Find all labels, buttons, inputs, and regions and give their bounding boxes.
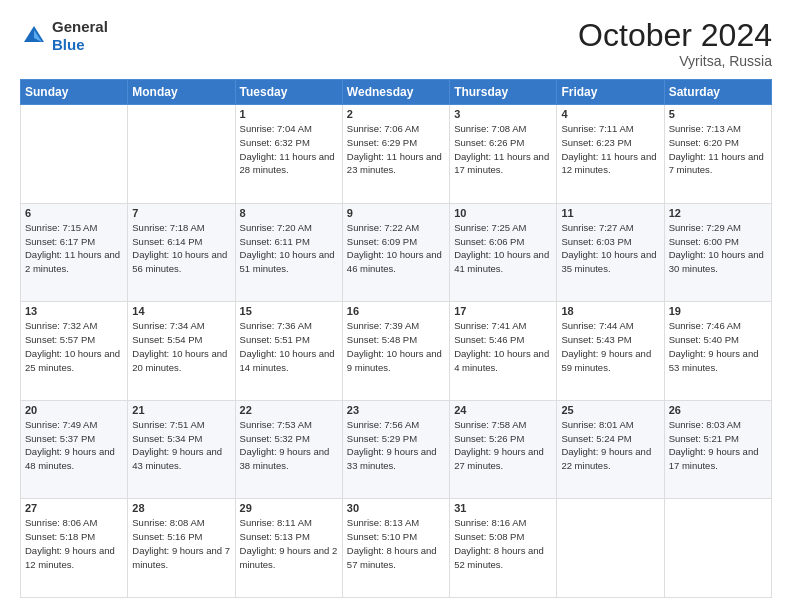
day-info-line: Sunset: 6:14 PM <box>132 235 230 249</box>
day-info-line: Daylight: 9 hours and 43 minutes. <box>132 445 230 473</box>
day-info-line: Daylight: 10 hours and 56 minutes. <box>132 248 230 276</box>
calendar-week-1: 1Sunrise: 7:04 AMSunset: 6:32 PMDaylight… <box>21 105 772 204</box>
day-number: 23 <box>347 404 445 416</box>
month-title: October 2024 <box>578 18 772 53</box>
day-number: 3 <box>454 108 552 120</box>
day-info-line: Daylight: 9 hours and 38 minutes. <box>240 445 338 473</box>
day-number: 8 <box>240 207 338 219</box>
day-info-line: Sunset: 6:17 PM <box>25 235 123 249</box>
calendar-cell <box>557 499 664 598</box>
day-number: 16 <box>347 305 445 317</box>
day-info-line: Daylight: 11 hours and 12 minutes. <box>561 150 659 178</box>
day-info-line: Sunset: 5:46 PM <box>454 333 552 347</box>
day-info-line: Sunset: 5:24 PM <box>561 432 659 446</box>
day-info: Sunrise: 7:51 AMSunset: 5:34 PMDaylight:… <box>132 418 230 473</box>
day-number: 9 <box>347 207 445 219</box>
day-number: 12 <box>669 207 767 219</box>
header: General Blue October 2024 Vyritsa, Russi… <box>20 18 772 69</box>
day-info-line: Sunrise: 7:15 AM <box>25 221 123 235</box>
day-info-line: Sunrise: 7:53 AM <box>240 418 338 432</box>
day-number: 19 <box>669 305 767 317</box>
day-info: Sunrise: 7:29 AMSunset: 6:00 PMDaylight:… <box>669 221 767 276</box>
day-number: 28 <box>132 502 230 514</box>
day-info-line: Sunrise: 7:29 AM <box>669 221 767 235</box>
calendar-cell: 7Sunrise: 7:18 AMSunset: 6:14 PMDaylight… <box>128 203 235 302</box>
calendar-week-2: 6Sunrise: 7:15 AMSunset: 6:17 PMDaylight… <box>21 203 772 302</box>
day-info: Sunrise: 7:34 AMSunset: 5:54 PMDaylight:… <box>132 319 230 374</box>
day-info: Sunrise: 7:18 AMSunset: 6:14 PMDaylight:… <box>132 221 230 276</box>
day-info-line: Daylight: 10 hours and 20 minutes. <box>132 347 230 375</box>
calendar-cell: 1Sunrise: 7:04 AMSunset: 6:32 PMDaylight… <box>235 105 342 204</box>
day-info: Sunrise: 7:20 AMSunset: 6:11 PMDaylight:… <box>240 221 338 276</box>
day-number: 25 <box>561 404 659 416</box>
day-info: Sunrise: 8:16 AMSunset: 5:08 PMDaylight:… <box>454 516 552 571</box>
day-info-line: Daylight: 9 hours and 33 minutes. <box>347 445 445 473</box>
day-number: 10 <box>454 207 552 219</box>
day-info: Sunrise: 7:22 AMSunset: 6:09 PMDaylight:… <box>347 221 445 276</box>
day-info-line: Sunrise: 7:13 AM <box>669 122 767 136</box>
day-info: Sunrise: 8:06 AMSunset: 5:18 PMDaylight:… <box>25 516 123 571</box>
day-info-line: Sunrise: 8:01 AM <box>561 418 659 432</box>
day-info-line: Sunrise: 7:44 AM <box>561 319 659 333</box>
day-info-line: Sunset: 5:16 PM <box>132 530 230 544</box>
logo-general-text: General <box>52 18 108 35</box>
day-info-line: Sunrise: 7:22 AM <box>347 221 445 235</box>
day-info-line: Sunrise: 7:46 AM <box>669 319 767 333</box>
day-number: 5 <box>669 108 767 120</box>
day-number: 1 <box>240 108 338 120</box>
day-info-line: Daylight: 9 hours and 53 minutes. <box>669 347 767 375</box>
day-info-line: Sunrise: 7:18 AM <box>132 221 230 235</box>
calendar-cell: 3Sunrise: 7:08 AMSunset: 6:26 PMDaylight… <box>450 105 557 204</box>
day-info: Sunrise: 7:46 AMSunset: 5:40 PMDaylight:… <box>669 319 767 374</box>
day-info-line: Sunset: 6:06 PM <box>454 235 552 249</box>
day-info-line: Sunset: 5:13 PM <box>240 530 338 544</box>
logo-icon <box>20 22 48 50</box>
day-info-line: Sunset: 5:54 PM <box>132 333 230 347</box>
day-info: Sunrise: 7:08 AMSunset: 6:26 PMDaylight:… <box>454 122 552 177</box>
day-info-line: Sunset: 5:48 PM <box>347 333 445 347</box>
day-info-line: Sunrise: 7:06 AM <box>347 122 445 136</box>
day-info-line: Sunset: 6:23 PM <box>561 136 659 150</box>
page: General Blue October 2024 Vyritsa, Russi… <box>0 0 792 612</box>
day-info-line: Sunrise: 7:49 AM <box>25 418 123 432</box>
day-info-line: Daylight: 10 hours and 51 minutes. <box>240 248 338 276</box>
title-block: October 2024 Vyritsa, Russia <box>578 18 772 69</box>
day-info-line: Sunrise: 7:56 AM <box>347 418 445 432</box>
day-info-line: Sunset: 5:34 PM <box>132 432 230 446</box>
day-info: Sunrise: 7:41 AMSunset: 5:46 PMDaylight:… <box>454 319 552 374</box>
day-number: 6 <box>25 207 123 219</box>
day-info-line: Sunrise: 7:04 AM <box>240 122 338 136</box>
day-info-line: Sunset: 6:26 PM <box>454 136 552 150</box>
logo: General Blue <box>20 18 108 54</box>
calendar-cell: 29Sunrise: 8:11 AMSunset: 5:13 PMDayligh… <box>235 499 342 598</box>
day-number: 13 <box>25 305 123 317</box>
calendar-week-5: 27Sunrise: 8:06 AMSunset: 5:18 PMDayligh… <box>21 499 772 598</box>
day-info-line: Daylight: 9 hours and 7 minutes. <box>132 544 230 572</box>
day-info-line: Daylight: 10 hours and 25 minutes. <box>25 347 123 375</box>
day-info: Sunrise: 8:03 AMSunset: 5:21 PMDaylight:… <box>669 418 767 473</box>
calendar-header-tuesday: Tuesday <box>235 80 342 105</box>
day-number: 27 <box>25 502 123 514</box>
day-info-line: Sunrise: 7:20 AM <box>240 221 338 235</box>
day-info: Sunrise: 7:39 AMSunset: 5:48 PMDaylight:… <box>347 319 445 374</box>
day-info-line: Sunset: 6:03 PM <box>561 235 659 249</box>
day-number: 24 <box>454 404 552 416</box>
day-info-line: Sunset: 5:18 PM <box>25 530 123 544</box>
day-info-line: Sunset: 6:32 PM <box>240 136 338 150</box>
day-info-line: Sunrise: 8:13 AM <box>347 516 445 530</box>
calendar-cell: 4Sunrise: 7:11 AMSunset: 6:23 PMDaylight… <box>557 105 664 204</box>
day-info-line: Sunrise: 7:36 AM <box>240 319 338 333</box>
calendar-cell <box>664 499 771 598</box>
day-number: 7 <box>132 207 230 219</box>
day-info-line: Sunset: 6:11 PM <box>240 235 338 249</box>
day-info: Sunrise: 8:13 AMSunset: 5:10 PMDaylight:… <box>347 516 445 571</box>
day-number: 17 <box>454 305 552 317</box>
calendar-cell: 30Sunrise: 8:13 AMSunset: 5:10 PMDayligh… <box>342 499 449 598</box>
day-number: 31 <box>454 502 552 514</box>
day-info-line: Sunset: 6:09 PM <box>347 235 445 249</box>
day-info-line: Daylight: 10 hours and 30 minutes. <box>669 248 767 276</box>
day-info: Sunrise: 7:06 AMSunset: 6:29 PMDaylight:… <box>347 122 445 177</box>
day-info-line: Sunrise: 8:06 AM <box>25 516 123 530</box>
calendar-header-monday: Monday <box>128 80 235 105</box>
calendar-week-3: 13Sunrise: 7:32 AMSunset: 5:57 PMDayligh… <box>21 302 772 401</box>
